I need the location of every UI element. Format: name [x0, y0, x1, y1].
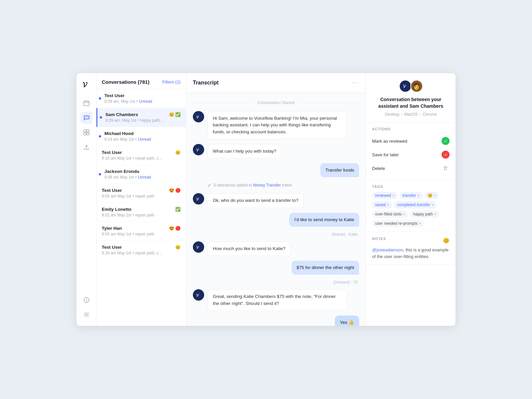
conv-badges: 😍🔴: [169, 188, 181, 193]
badge-emoji: 😍: [169, 188, 174, 193]
conv-meta: 9:04 am May 1st • repair path: [102, 194, 181, 199]
nav-icon-info[interactable]: [80, 294, 92, 306]
conversation-item-sam-chambers[interactable]: Sam Chambers 😊✅ 9:39 am, May 1st • happy…: [96, 108, 186, 127]
tag-label: transfer: [402, 193, 416, 198]
conv-name: Tyler Han 😍🔴: [102, 226, 181, 231]
action-mark-reviewed-label: Mark as reviewed: [372, 139, 407, 144]
conv-name: Emily Lonetto ✅: [102, 207, 181, 212]
conversation-item-emily-lonetto[interactable]: Emily Lonetto ✅ 9:02 am May 1st • repair…: [96, 203, 186, 222]
filters-button[interactable]: Filters (2): [162, 79, 181, 84]
action-mark-reviewed-icon: ✓: [442, 137, 450, 145]
conv-meta: 9:19 am May 1st • Unread: [102, 137, 181, 142]
conv-name-text: Test User: [102, 245, 122, 250]
bot-avatar: 𝓥: [193, 241, 204, 253]
action-delete-icon: [442, 164, 450, 172]
conversation-item-test-user-3[interactable]: Test User 😍🔴 9:04 am May 1st • repair pa…: [96, 184, 186, 203]
tag-remove-user-needed-re-prompts[interactable]: ×: [419, 221, 421, 225]
conv-meta: 9:39 am, May 1st • happy path...: [103, 118, 181, 123]
conversation-item-jackson-erondu[interactable]: Jackson Erondu 9:08 am May 1st • Unread: [96, 165, 186, 184]
action-save-later-label: Save for later: [372, 152, 399, 157]
tag-happy-path: happy path×: [410, 210, 439, 218]
conv-time: 9:39 am, May 1st: [104, 99, 135, 104]
message-row-bot: 𝓥 What can I help you with today?: [193, 144, 359, 159]
conversation-item-test-user-4[interactable]: Test User 😐 9:16 am May 1st • repair pat…: [96, 241, 186, 260]
tag-remove-over-filled-slots[interactable]: ×: [403, 212, 405, 216]
user-bubble: Transfer funds: [320, 163, 359, 177]
svg-text:𝓥: 𝓥: [196, 148, 199, 152]
conv-name-text: Emily Lonetto: [102, 207, 131, 212]
action-mark-reviewed[interactable]: Mark as reviewed ✓: [372, 134, 450, 148]
conv-meta: 9:08 am May 1st • Unread: [102, 175, 181, 180]
tag-completed-transfer: completed transfer×: [394, 201, 437, 208]
actions-label: ACTIONS: [372, 127, 450, 131]
conv-name-text: Test User: [102, 188, 122, 193]
message-row-user: $75 for dinner the other night: [193, 261, 359, 275]
actions-section: ACTIONS Mark as reviewed ✓ Save for late…: [366, 122, 456, 180]
conversation-item-test-user-1[interactable]: Test User 9:39 am, May 1st • Unread: [96, 89, 186, 108]
app-container: 𝓥: [76, 73, 456, 326]
conv-badges: 😍🔴: [169, 226, 181, 231]
user-bubble: Yes 👍: [335, 316, 359, 326]
conv-name: Test User: [102, 93, 181, 98]
badge-emoji: 😐: [175, 245, 181, 250]
conversation-started: Conversation Started: [193, 100, 359, 105]
svg-text:𝓥: 𝓥: [196, 293, 199, 298]
conv-name-text: Test User: [102, 150, 122, 155]
tag-remove-reviewed[interactable]: ×: [392, 194, 394, 198]
conv-time: 9:04 am May 1st: [102, 232, 131, 236]
nav-icon-upload[interactable]: [80, 141, 92, 153]
notes-mention[interactable]: @josieadamson: [372, 247, 403, 252]
tag-over-filled-slots: over-filled slots×: [372, 210, 408, 218]
unread-label: Unread: [138, 137, 151, 142]
notes-header: NOTES 😊: [372, 237, 450, 244]
conv-name: Test User 😍🔴: [102, 188, 181, 193]
assistant-avatar: 𝓥: [399, 80, 412, 92]
nav-icon-grid[interactable]: [80, 126, 92, 138]
svg-text:𝓥: 𝓥: [196, 197, 199, 201]
svg-rect-7: [84, 133, 86, 135]
conv-name-text: Test User: [102, 93, 125, 98]
nav-icon-settings[interactable]: [80, 309, 92, 321]
tag-remove-transfer[interactable]: ×: [417, 194, 419, 198]
conversation-item-tyler-han[interactable]: Tyler Han 😍🔴 9:04 am May 1st • repair pa…: [96, 222, 186, 241]
conv-time: 9:16 am May 1st: [102, 251, 131, 255]
intent-link[interactable]: Money Transfer: [253, 183, 281, 188]
svg-point-10: [85, 314, 87, 316]
tag-transfer: transfer×: [399, 192, 422, 199]
svg-text:𝓥: 𝓥: [403, 84, 406, 89]
action-delete-label: Delete: [372, 166, 385, 171]
action-save-later[interactable]: Save for later +: [372, 148, 450, 162]
transcript-more-button[interactable]: ···: [352, 79, 359, 86]
tag-remove-saved[interactable]: ×: [387, 203, 389, 207]
tag-label: completed transfer: [397, 202, 430, 207]
svg-rect-5: [84, 130, 86, 132]
conv-name: Test User 😐: [102, 245, 181, 250]
platform-label: Desktop: [385, 112, 399, 117]
conv-meta: 9:02 am May 1st • repair path: [102, 213, 181, 217]
nav-bottom: [80, 294, 92, 321]
tag-remove-smiley[interactable]: ×: [434, 194, 436, 198]
unread-label: Unread: [138, 175, 151, 180]
message-row-user: Yes 👍: [193, 316, 359, 326]
intent-check-icon: ✓: [207, 183, 211, 188]
conversation-item-michael-hood[interactable]: Michael Hood 9:19 am May 1st • Unread: [96, 127, 186, 146]
conv-name-text: Sam Chambers: [103, 112, 138, 117]
conv-path: repair path, c...: [135, 251, 162, 255]
svg-rect-8: [87, 133, 89, 135]
tag-remove-happy-path[interactable]: ×: [434, 212, 436, 216]
message-row-bot: 𝓥 Great, sending Katie Chambers $75 with…: [193, 289, 359, 311]
tag-saved: saved×: [372, 201, 392, 208]
bot-bubble: Hi Sam, welcome to Voiceflow Banking! I'…: [207, 111, 347, 139]
message-row-bot: 𝓥 Hi Sam, welcome to Voiceflow Banking! …: [193, 111, 359, 139]
conversation-item-test-user-2[interactable]: Test User 😐 9:16 am May 1st • repair pat…: [96, 146, 186, 165]
tag-remove-completed-transfer[interactable]: ×: [432, 203, 434, 207]
dot-sep-2: [420, 114, 421, 115]
conversations-panel: Conversations (781) Filters (2) Test Use…: [96, 73, 186, 326]
conv-time: 9:39 am, May 1st: [105, 118, 136, 123]
conv-name: Michael Hood: [102, 131, 181, 136]
nav-icon-calendar[interactable]: [80, 97, 92, 109]
nav-icon-conversations[interactable]: [80, 112, 92, 124]
action-delete[interactable]: Delete: [372, 162, 450, 175]
tag-user-needed-re-prompts: user needed re-prompts×: [372, 220, 424, 227]
message-row-user: I'd like to send money to Katie: [193, 213, 359, 227]
